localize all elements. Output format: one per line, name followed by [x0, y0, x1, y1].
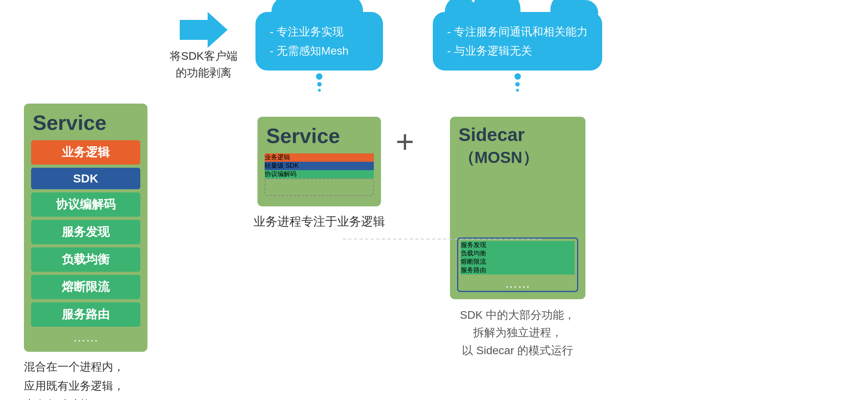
- left-row-circuit: 熔断限流: [31, 275, 140, 299]
- sidecar-row-discovery: 服务发现: [461, 241, 575, 249]
- left-cloud-wrapper: - 专注业务实现 - 无需感知Mesh: [255, 12, 383, 93]
- right-dot-sm: [516, 89, 519, 92]
- svg-marker-0: [180, 12, 228, 48]
- left-row-protocol: 协议编解码: [31, 192, 140, 217]
- left-row-dots: ……: [31, 330, 140, 345]
- sidecar-row-routing: 服务路由: [461, 266, 575, 275]
- sidecar-spacer: [457, 174, 578, 237]
- right-dot-lg: [515, 73, 521, 80]
- sidecar-title: Sidecar（MOSN）: [457, 124, 578, 168]
- cloud-dot-sm: [318, 89, 321, 92]
- plus-text: +: [396, 124, 414, 160]
- right-column: - 专注服务间通讯和相关能力 - 与业务逻辑无关 Sidecar（MOSN）: [425, 12, 602, 360]
- left-cloud-line2: - 无需感知Mesh: [270, 41, 369, 61]
- right-cloud-body: - 专注服务间通讯和相关能力 - 与业务逻辑无关: [433, 12, 602, 71]
- sidecar-row-loadbalance: 负载均衡: [461, 249, 575, 258]
- left-service-box: Service 业务逻辑 SDK 协议编解码 服务发现 负载均衡 熔断限流 服务…: [24, 104, 147, 352]
- middle-row-protocol: 协议编解码: [265, 170, 374, 178]
- plus-sign: +: [385, 12, 425, 160]
- left-service-title: Service: [31, 111, 140, 135]
- arrow-label: 将SDK客户端的功能剥离: [170, 48, 238, 81]
- middle-dashed-placeholder: [265, 178, 374, 196]
- left-row-loadbalance: 负载均衡: [31, 247, 140, 272]
- right-cloud-pointer: [433, 72, 602, 93]
- sidecar-box: Sidecar（MOSN） 服务发现 负载均衡 熔断限流 服务路由 ……: [450, 117, 585, 299]
- diagram-container: Service 业务逻辑 SDK 协议编解码 服务发现 负载均衡 熔断限流 服务…: [0, 0, 868, 400]
- middle-service-box: Service 业务逻辑 轻量级 SDK 协议编解码: [257, 117, 381, 206]
- right-cloud-line1: - 专注服务间通讯和相关能力: [447, 22, 588, 41]
- sidecar-bottom-label: SDK 中的大部分功能， 拆解为独立进程， 以 Sidecar 的模式运行: [460, 306, 575, 360]
- cloud-pointer-dots: [255, 72, 383, 93]
- left-row-business-logic: 业务逻辑: [31, 140, 140, 165]
- right-cloud-line2: - 与业务逻辑无关: [447, 41, 588, 61]
- right-cloud-wrapper: - 专注服务间通讯和相关能力 - 与业务逻辑无关: [433, 12, 602, 93]
- sidecar-row-circuit: 熔断限流: [461, 258, 575, 266]
- arrow-section: 将SDK客户端的功能剥离: [158, 12, 245, 177]
- cloud-dot-lg: [316, 73, 322, 80]
- left-bottom-label: 混合在一个进程内， 应用既有业务逻辑， 也有各种功能， 每次升级都要重新发布应用: [24, 357, 158, 400]
- middle-bottom-label: 业务进程专注于业务逻辑: [253, 214, 385, 230]
- left-cloud-body: - 专注业务实现 - 无需感知Mesh: [255, 12, 383, 71]
- arrow-icon: [180, 12, 228, 48]
- sidecar-inner-panel: 服务发现 负载均衡 熔断限流 服务路由 ……: [457, 237, 578, 292]
- left-column: Service 业务逻辑 SDK 协议编解码 服务发现 负载均衡 熔断限流 服务…: [24, 12, 158, 400]
- left-row-routing: 服务路由: [31, 302, 140, 327]
- middle-row-business: 业务逻辑: [265, 153, 374, 162]
- left-cloud-line1: - 专注业务实现: [270, 22, 369, 41]
- cloud-dot-md: [317, 82, 322, 86]
- middle-service-title: Service: [265, 124, 374, 148]
- right-dot-md: [515, 82, 520, 86]
- middle-column: - 专注业务实现 - 无需感知Mesh Service 业务逻辑 轻量级 SDK…: [245, 12, 385, 230]
- sidecar-row-dots: ……: [461, 276, 575, 291]
- left-row-sdk: SDK: [31, 168, 140, 189]
- left-row-discovery: 服务发现: [31, 220, 140, 244]
- middle-row-sdk: 轻量级 SDK: [265, 162, 374, 170]
